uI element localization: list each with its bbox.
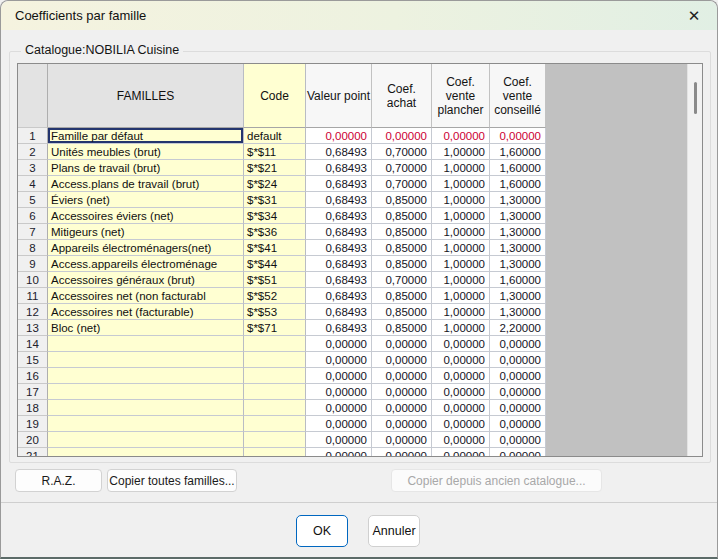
code-cell[interactable]: $*$51 — [244, 272, 306, 288]
value-cell[interactable]: 0,00000 — [306, 400, 372, 416]
famille-cell[interactable]: Plans de travail (brut) — [48, 160, 244, 176]
value-cell[interactable]: 0,00000 — [306, 368, 372, 384]
value-cell[interactable]: 0,68493 — [306, 208, 372, 224]
code-cell[interactable]: $*$34 — [244, 208, 306, 224]
value-cell[interactable]: 0,00000 — [490, 432, 546, 448]
code-cell[interactable] — [244, 432, 306, 448]
value-cell[interactable]: 0,00000 — [432, 432, 490, 448]
ok-button[interactable]: OK — [296, 515, 348, 547]
value-cell[interactable]: 0,00000 — [372, 336, 432, 352]
value-cell[interactable]: 0,00000 — [306, 432, 372, 448]
code-cell[interactable]: $*$52 — [244, 288, 306, 304]
value-cell[interactable]: 1,30000 — [490, 224, 546, 240]
code-cell[interactable] — [244, 368, 306, 384]
value-cell[interactable]: 0,00000 — [432, 336, 490, 352]
value-cell[interactable]: 1,00000 — [432, 256, 490, 272]
row-number-cell[interactable]: 20 — [18, 432, 48, 448]
code-cell[interactable] — [244, 384, 306, 400]
famille-cell[interactable] — [48, 336, 244, 352]
value-cell[interactable]: 1,30000 — [490, 288, 546, 304]
row-number-cell[interactable]: 6 — [18, 208, 48, 224]
value-cell[interactable]: 0,00000 — [372, 368, 432, 384]
value-cell[interactable]: 0,00000 — [372, 128, 432, 144]
famille-cell[interactable]: Accessoires net (non facturabl — [48, 288, 244, 304]
value-cell[interactable]: 0,00000 — [372, 352, 432, 368]
value-cell[interactable]: 1,60000 — [490, 160, 546, 176]
value-cell[interactable]: 1,00000 — [432, 240, 490, 256]
column-header-coef-vente-plancher[interactable]: Coef. vente plancher — [432, 64, 490, 128]
scrollbar-thumb[interactable] — [694, 82, 697, 114]
value-cell[interactable]: 0,00000 — [306, 448, 372, 456]
value-cell[interactable]: 0,00000 — [490, 448, 546, 456]
value-cell[interactable]: 1,00000 — [432, 192, 490, 208]
value-cell[interactable]: 0,68493 — [306, 144, 372, 160]
value-cell[interactable]: 0,68493 — [306, 288, 372, 304]
value-cell[interactable]: 0,70000 — [372, 176, 432, 192]
row-number-cell[interactable]: 14 — [18, 336, 48, 352]
value-cell[interactable]: 0,68493 — [306, 176, 372, 192]
value-cell[interactable]: 0,00000 — [490, 336, 546, 352]
column-header-valeur-point[interactable]: Valeur point — [306, 64, 372, 128]
value-cell[interactable]: 1,00000 — [432, 208, 490, 224]
value-cell[interactable]: 0,00000 — [372, 400, 432, 416]
famille-cell[interactable]: Access.appareils électroménage — [48, 256, 244, 272]
value-cell[interactable]: 0,70000 — [372, 272, 432, 288]
row-number-cell[interactable]: 5 — [18, 192, 48, 208]
value-cell[interactable]: 0,00000 — [432, 384, 490, 400]
famille-cell[interactable]: Accessoires généraux (brut) — [48, 272, 244, 288]
value-cell[interactable]: 0,68493 — [306, 224, 372, 240]
column-header-code[interactable]: Code — [244, 64, 306, 128]
row-number-cell[interactable]: 2 — [18, 144, 48, 160]
row-number-cell[interactable]: 9 — [18, 256, 48, 272]
famille-cell[interactable]: Éviers (net) — [48, 192, 244, 208]
row-number-cell[interactable]: 1 — [18, 128, 48, 144]
value-cell[interactable]: 0,00000 — [432, 368, 490, 384]
row-number-cell[interactable]: 16 — [18, 368, 48, 384]
value-cell[interactable]: 0,00000 — [432, 400, 490, 416]
value-cell[interactable]: 1,00000 — [432, 176, 490, 192]
value-cell[interactable]: 0,68493 — [306, 320, 372, 336]
code-cell[interactable]: $*$11 — [244, 144, 306, 160]
row-number-cell[interactable]: 17 — [18, 384, 48, 400]
value-cell[interactable]: 0,68493 — [306, 160, 372, 176]
value-cell[interactable]: 0,00000 — [490, 352, 546, 368]
value-cell[interactable]: 1,00000 — [432, 320, 490, 336]
value-cell[interactable]: 0,00000 — [432, 352, 490, 368]
row-number-cell[interactable]: 11 — [18, 288, 48, 304]
code-cell[interactable]: $*$71 — [244, 320, 306, 336]
value-cell[interactable]: 0,00000 — [490, 368, 546, 384]
famille-cell[interactable]: Bloc (net) — [48, 320, 244, 336]
value-cell[interactable]: 0,00000 — [490, 128, 546, 144]
value-cell[interactable]: 0,00000 — [490, 400, 546, 416]
value-cell[interactable]: 0,85000 — [372, 320, 432, 336]
value-cell[interactable]: 0,68493 — [306, 192, 372, 208]
famille-cell[interactable] — [48, 352, 244, 368]
value-cell[interactable]: 0,85000 — [372, 240, 432, 256]
value-cell[interactable]: 1,00000 — [432, 272, 490, 288]
code-cell[interactable]: $*$24 — [244, 176, 306, 192]
code-cell[interactable] — [244, 400, 306, 416]
value-cell[interactable]: 1,30000 — [490, 304, 546, 320]
row-number-cell[interactable]: 19 — [18, 416, 48, 432]
raz-button[interactable]: R.A.Z. — [15, 469, 102, 492]
value-cell[interactable]: 0,00000 — [372, 432, 432, 448]
value-cell[interactable]: 1,30000 — [490, 208, 546, 224]
famille-cell[interactable]: Accessoires net (facturable) — [48, 304, 244, 320]
famille-cell[interactable] — [48, 368, 244, 384]
famille-cell[interactable]: Famille par défaut — [48, 128, 244, 144]
code-cell[interactable] — [244, 448, 306, 456]
value-cell[interactable]: 0,00000 — [432, 448, 490, 456]
row-number-cell[interactable]: 15 — [18, 352, 48, 368]
value-cell[interactable]: 1,60000 — [490, 272, 546, 288]
value-cell[interactable]: 0,00000 — [372, 448, 432, 456]
value-cell[interactable]: 0,00000 — [490, 416, 546, 432]
famille-cell[interactable] — [48, 400, 244, 416]
code-cell[interactable]: $*$21 — [244, 160, 306, 176]
row-number-cell[interactable]: 18 — [18, 400, 48, 416]
code-cell[interactable] — [244, 336, 306, 352]
code-cell[interactable]: $*$44 — [244, 256, 306, 272]
value-cell[interactable]: 0,85000 — [372, 192, 432, 208]
value-cell[interactable]: 0,00000 — [306, 336, 372, 352]
famille-cell[interactable]: Accessoires éviers (net) — [48, 208, 244, 224]
copy-all-families-button[interactable]: Copier toutes familles... — [107, 469, 237, 492]
